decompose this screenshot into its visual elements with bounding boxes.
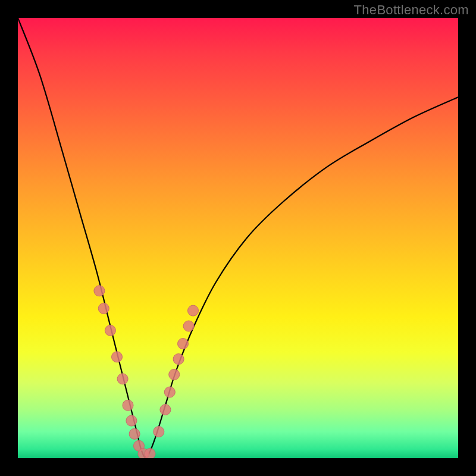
- fit-point: [105, 325, 115, 336]
- fit-point: [126, 415, 137, 426]
- watermark-label: TheBottleneck.com: [354, 2, 469, 18]
- fit-point: [117, 374, 128, 384]
- fit-point: [112, 352, 123, 362]
- fit-point: [98, 303, 109, 314]
- fit-point: [164, 387, 175, 397]
- fit-point: [145, 449, 155, 458]
- fit-point: [129, 428, 140, 439]
- fit-point: [169, 369, 180, 380]
- fit-points-group: [94, 286, 199, 458]
- fit-point: [160, 405, 171, 415]
- fit-point: [188, 305, 199, 316]
- fit-point: [173, 354, 184, 365]
- chart-frame: TheBottleneck.com: [0, 0, 476, 476]
- fit-point: [183, 321, 194, 331]
- plot-area: [18, 18, 458, 458]
- fit-point: [154, 427, 164, 437]
- fit-point: [94, 286, 105, 296]
- fit-point: [178, 339, 189, 349]
- curve-svg: [18, 18, 458, 458]
- bottleneck-curve: [18, 18, 458, 458]
- fit-point: [123, 400, 133, 411]
